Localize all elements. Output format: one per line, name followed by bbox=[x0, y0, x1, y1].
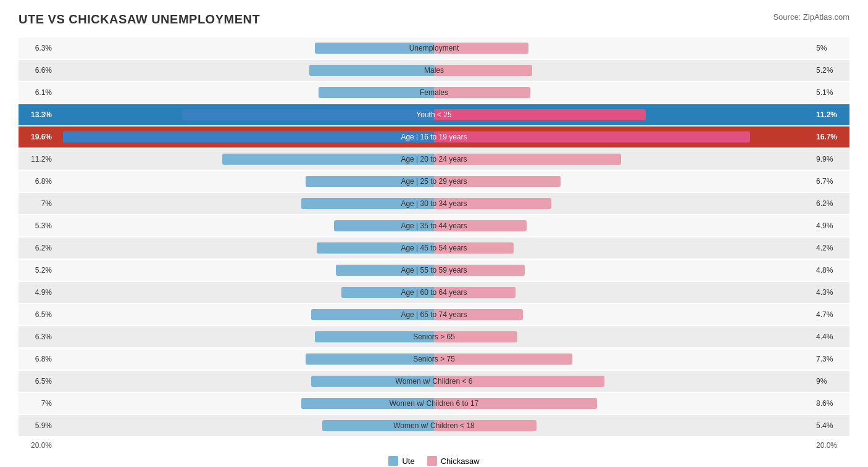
right-value: 8.6% bbox=[812, 399, 849, 408]
chart-row: 6.3%Unemployment5% bbox=[19, 38, 849, 59]
row-label: Unemployment bbox=[409, 44, 459, 52]
chart-row: 6.8%Seniors > 757.3% bbox=[19, 349, 849, 370]
left-value: 6.5% bbox=[19, 310, 56, 319]
chart-row: 5.9%Women w/ Children < 185.4% bbox=[19, 415, 849, 436]
chart-row: 6.6%Males5.2% bbox=[19, 60, 849, 81]
left-value: 6.1% bbox=[19, 88, 56, 97]
axis-left: 20.0% bbox=[19, 441, 56, 450]
ute-legend-box bbox=[388, 456, 398, 466]
chart-row: 7%Age | 30 to 34 years6.2% bbox=[19, 193, 849, 214]
row-label: Age | 16 to 19 years bbox=[401, 133, 467, 141]
chart-row: 6.1%Females5.1% bbox=[19, 82, 849, 103]
left-value: 4.9% bbox=[19, 288, 56, 297]
row-label: Females bbox=[420, 88, 448, 97]
right-value: 4.2% bbox=[812, 244, 849, 252]
bars-container: Women w/ Children < 18 bbox=[56, 415, 812, 436]
row-label: Age | 20 to 24 years bbox=[401, 155, 467, 163]
ute-bar bbox=[319, 87, 434, 98]
chart-row: 13.3%Youth < 2511.2% bbox=[19, 104, 849, 125]
right-value: 6.7% bbox=[812, 177, 849, 186]
bars-container: Age | 16 to 19 years bbox=[56, 126, 812, 147]
left-value: 13.3% bbox=[19, 110, 56, 119]
left-value: 5.9% bbox=[19, 421, 56, 430]
row-label: Age | 30 to 34 years bbox=[401, 199, 467, 208]
bars-container: Age | 65 to 74 years bbox=[56, 304, 812, 325]
right-value: 4.7% bbox=[812, 310, 849, 319]
right-value: 5.2% bbox=[812, 66, 849, 75]
chickasaw-legend-label: Chickasaw bbox=[441, 457, 480, 466]
legend-ute: Ute bbox=[388, 456, 414, 466]
chickasaw-bar bbox=[434, 131, 750, 143]
bars-container: Age | 25 to 29 years bbox=[56, 171, 812, 192]
row-label: Age | 45 to 54 years bbox=[401, 244, 467, 252]
ute-legend-label: Ute bbox=[402, 457, 414, 466]
row-label: Age | 55 to 59 years bbox=[401, 266, 467, 275]
row-label: Seniors > 65 bbox=[413, 333, 455, 341]
chart-row: 7%Women w/ Children 6 to 178.6% bbox=[19, 393, 849, 414]
right-value: 9% bbox=[812, 377, 849, 386]
left-value: 5.2% bbox=[19, 266, 56, 275]
bars-container: Youth < 25 bbox=[56, 104, 812, 125]
row-label: Age | 60 to 64 years bbox=[401, 288, 467, 297]
legend-chickasaw: Chickasaw bbox=[427, 456, 480, 466]
chart-row: 11.2%Age | 20 to 24 years9.9% bbox=[19, 149, 849, 170]
row-label: Youth < 25 bbox=[416, 110, 451, 119]
bars-container: Age | 35 to 44 years bbox=[56, 215, 812, 236]
left-value: 7% bbox=[19, 399, 56, 408]
left-value: 6.8% bbox=[19, 177, 56, 186]
right-value: 7.3% bbox=[812, 355, 849, 363]
row-label: Women w/ Children 6 to 17 bbox=[390, 399, 479, 408]
left-value: 5.3% bbox=[19, 221, 56, 230]
right-value: 11.2% bbox=[812, 110, 849, 119]
bars-container: Seniors > 75 bbox=[56, 349, 812, 370]
right-value: 5.4% bbox=[812, 421, 849, 430]
bars-container: Age | 45 to 54 years bbox=[56, 238, 812, 258]
axis-right: 20.0% bbox=[812, 441, 849, 450]
chickasaw-bar bbox=[434, 109, 646, 120]
row-label: Women w/ Children < 6 bbox=[396, 377, 473, 386]
right-value: 16.7% bbox=[812, 133, 849, 141]
right-value: 4.8% bbox=[812, 266, 849, 275]
bars-container: Unemployment bbox=[56, 38, 812, 59]
right-value: 4.3% bbox=[812, 288, 849, 297]
bars-container: Males bbox=[56, 60, 812, 81]
right-value: 5% bbox=[812, 44, 849, 52]
left-value: 6.2% bbox=[19, 244, 56, 252]
bars-container: Age | 60 to 64 years bbox=[56, 282, 812, 303]
chart-row: 6.8%Age | 25 to 29 years6.7% bbox=[19, 171, 849, 192]
chart-row: 4.9%Age | 60 to 64 years4.3% bbox=[19, 282, 849, 303]
bars-container: Age | 30 to 34 years bbox=[56, 193, 812, 214]
left-value: 11.2% bbox=[19, 155, 56, 163]
chickasaw-bar bbox=[434, 65, 532, 76]
right-value: 5.1% bbox=[812, 88, 849, 97]
row-label: Males bbox=[424, 66, 444, 75]
left-value: 6.3% bbox=[19, 44, 56, 52]
row-label: Age | 35 to 44 years bbox=[401, 221, 467, 230]
chart-row: 19.6%Age | 16 to 19 years16.7% bbox=[19, 126, 849, 147]
left-value: 6.8% bbox=[19, 355, 56, 363]
right-value: 9.9% bbox=[812, 155, 849, 163]
chart-area: 6.3%Unemployment5%6.6%Males5.2%6.1%Femal… bbox=[19, 38, 849, 436]
bars-container: Women w/ Children 6 to 17 bbox=[56, 393, 812, 414]
bars-container: Age | 20 to 24 years bbox=[56, 149, 812, 170]
chart-row: 5.2%Age | 55 to 59 years4.8% bbox=[19, 260, 849, 281]
left-value: 6.5% bbox=[19, 377, 56, 386]
left-value: 19.6% bbox=[19, 133, 56, 141]
row-label: Age | 65 to 74 years bbox=[401, 310, 467, 319]
bars-container: Age | 55 to 59 years bbox=[56, 260, 812, 281]
chart-row: 6.5%Age | 65 to 74 years4.7% bbox=[19, 304, 849, 325]
left-value: 6.6% bbox=[19, 66, 56, 75]
chickasaw-legend-box bbox=[427, 456, 437, 466]
chickasaw-bar bbox=[434, 87, 530, 98]
ute-bar bbox=[182, 109, 434, 120]
right-value: 4.9% bbox=[812, 221, 849, 230]
chart-row: 6.3%Seniors > 654.4% bbox=[19, 326, 849, 347]
left-value: 7% bbox=[19, 199, 56, 208]
chart-title: UTE VS CHICKASAW UNEMPLOYMENT bbox=[19, 12, 260, 27]
ute-bar bbox=[309, 65, 434, 76]
row-label: Age | 25 to 29 years bbox=[401, 177, 467, 186]
chart-header: UTE VS CHICKASAW UNEMPLOYMENT Source: Zi… bbox=[19, 12, 849, 27]
bars-container: Females bbox=[56, 82, 812, 103]
chart-row: 6.5%Women w/ Children < 69% bbox=[19, 371, 849, 392]
chart-source: Source: ZipAtlas.com bbox=[773, 12, 849, 22]
